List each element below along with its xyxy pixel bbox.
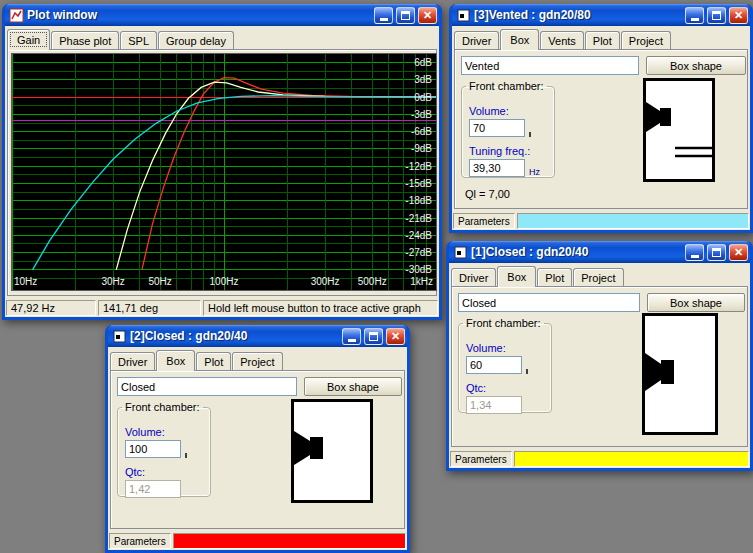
tab-vents[interactable]: Vents xyxy=(540,31,584,49)
tab-driver[interactable]: Driver xyxy=(451,268,496,286)
tab-plot[interactable]: Plot xyxy=(585,31,620,49)
box-type-field[interactable] xyxy=(117,377,297,396)
svg-text:500Hz: 500Hz xyxy=(358,276,387,287)
curve-color-bar xyxy=(173,533,406,549)
parameters-label: Parameters xyxy=(450,451,512,467)
box-type-field[interactable] xyxy=(461,56,639,75)
volume-slider-tick xyxy=(185,453,187,458)
tab-box[interactable]: Box xyxy=(500,29,539,50)
tab-phase-plot[interactable]: Phase plot xyxy=(51,31,119,49)
closed2-window-body: Driver Box Plot Project Box shape Front … xyxy=(108,347,407,550)
svg-text:-18dB: -18dB xyxy=(405,195,432,206)
curve-color-bar xyxy=(517,213,749,229)
volume-input[interactable] xyxy=(466,356,522,374)
close-button[interactable]: ✕ xyxy=(729,244,748,261)
qtc-input xyxy=(125,480,181,498)
closed1-box-tab-panel: Box shape Front chamber: Volume: Qtc: xyxy=(451,286,748,447)
tab-driver[interactable]: Driver xyxy=(110,352,155,370)
maximize-button[interactable] xyxy=(707,7,726,24)
box-type-field[interactable] xyxy=(458,293,640,312)
tab-spl[interactable]: SPL xyxy=(120,31,157,49)
svg-text:100Hz: 100Hz xyxy=(210,276,239,287)
box-shape-button[interactable]: Box shape xyxy=(646,56,746,75)
closed2-window-title: [2]Closed : gdn20/40 xyxy=(130,329,339,343)
box-shape-button[interactable]: Box shape xyxy=(304,377,402,396)
qtc-label: Qtc: xyxy=(466,382,486,394)
front-chamber-label: Front chamber: xyxy=(463,317,544,329)
plot-statusbar: 47,92 Hz 141,71 deg Hold left mouse butt… xyxy=(5,298,439,317)
tab-plot[interactable]: Plot xyxy=(537,268,572,286)
minimize-button[interactable] xyxy=(685,244,704,261)
minimize-icon xyxy=(348,339,356,342)
svg-text:-6dB: -6dB xyxy=(411,126,432,137)
qtc-label: Qtc: xyxy=(125,466,145,478)
tab-project[interactable]: Project xyxy=(621,31,671,49)
maximize-button[interactable] xyxy=(396,7,415,24)
volume-slider-tick xyxy=(526,369,528,374)
box-shape-button[interactable]: Box shape xyxy=(647,293,745,312)
tab-project[interactable]: Project xyxy=(573,268,623,286)
tab-group-delay[interactable]: Group delay xyxy=(158,31,234,49)
plot-window-body: Gain Phase plot SPL Group delay 6dB3dB0d… xyxy=(5,26,439,317)
vented-box-tab-panel: Box shape Front chamber: Volume: Tuning … xyxy=(454,49,748,209)
minimize-icon xyxy=(691,18,699,21)
closed1-window-titlebar[interactable]: [1]Closed : gdn20/40 ✕ xyxy=(449,241,750,263)
close-icon: ✕ xyxy=(391,330,400,343)
close-icon: ✕ xyxy=(734,246,743,259)
close-button[interactable]: ✕ xyxy=(418,7,437,24)
closed1-window-body: Driver Box Plot Project Box shape Front … xyxy=(449,263,750,468)
tab-box[interactable]: Box xyxy=(156,350,195,371)
status-frequency: 47,92 Hz xyxy=(6,300,96,316)
tuning-freq-input[interactable] xyxy=(469,159,525,177)
gain-plot[interactable]: 6dB3dB0dB-3dB-6dB-9dB-12dB-15dB-18dB-21d… xyxy=(12,54,436,290)
box-window-icon xyxy=(453,245,468,260)
front-chamber-label: Front chamber: xyxy=(466,80,547,92)
svg-text:-15dB: -15dB xyxy=(405,178,432,189)
vented-tab-bar: Driver Box Vents Plot Project xyxy=(452,26,750,50)
closed1-window-title: [1]Closed : gdn20/40 xyxy=(471,245,682,259)
box-window-icon xyxy=(112,329,127,344)
front-chamber-group: Front chamber: Volume: Tuning freq.: Hz xyxy=(461,80,555,178)
svg-text:50Hz: 50Hz xyxy=(149,276,172,287)
minimize-button[interactable] xyxy=(342,328,361,345)
minimize-button[interactable] xyxy=(685,7,704,24)
volume-input[interactable] xyxy=(125,440,181,458)
tab-box[interactable]: Box xyxy=(497,266,536,287)
maximize-button[interactable] xyxy=(707,244,726,261)
tab-gain[interactable]: Gain xyxy=(7,29,50,50)
minimize-button[interactable] xyxy=(374,7,393,24)
close-button[interactable]: ✕ xyxy=(729,7,748,24)
vented-box-window: [3]Vented : gdn20/80 ✕ Driver Box Vents … xyxy=(449,4,753,233)
svg-text:-24dB: -24dB xyxy=(405,230,432,241)
volume-label: Volume: xyxy=(469,105,509,117)
vented-box-shape-image xyxy=(643,78,715,182)
maximize-button[interactable] xyxy=(364,328,383,345)
ql-value: Ql = 7,00 xyxy=(465,188,510,200)
volume-slider-tick xyxy=(529,132,531,137)
tab-project[interactable]: Project xyxy=(232,352,282,370)
vented-window-body: Driver Box Vents Plot Project Box shape … xyxy=(452,26,750,230)
qtc-input xyxy=(466,396,522,414)
minimize-icon xyxy=(691,255,699,258)
tab-driver[interactable]: Driver xyxy=(454,31,499,49)
vented-window-title: [3]Vented : gdn20/80 xyxy=(474,8,682,22)
plot-window-icon xyxy=(9,8,24,23)
volume-label: Volume: xyxy=(125,426,165,438)
close-button[interactable]: ✕ xyxy=(386,328,405,345)
tab-plot[interactable]: Plot xyxy=(196,352,231,370)
closed2-window-titlebar[interactable]: [2]Closed : gdn20/40 ✕ xyxy=(108,325,407,347)
vented-statusbar: Parameters xyxy=(452,211,750,230)
svg-text:-12dB: -12dB xyxy=(405,161,432,172)
closed1-tab-bar: Driver Box Plot Project xyxy=(449,263,750,287)
volume-input[interactable] xyxy=(469,119,525,137)
plot-window-titlebar[interactable]: Plot window ✕ xyxy=(5,4,439,26)
tuning-freq-unit: Hz xyxy=(529,167,540,177)
volume-label: Volume: xyxy=(466,342,506,354)
maximize-icon xyxy=(369,332,378,341)
svg-text:-30dB: -30dB xyxy=(405,264,432,275)
vented-window-titlebar[interactable]: [3]Vented : gdn20/80 ✕ xyxy=(452,4,750,26)
maximize-icon xyxy=(401,11,410,20)
maximize-icon xyxy=(712,11,721,20)
svg-text:-3dB: -3dB xyxy=(411,109,432,120)
close-icon: ✕ xyxy=(423,9,432,22)
